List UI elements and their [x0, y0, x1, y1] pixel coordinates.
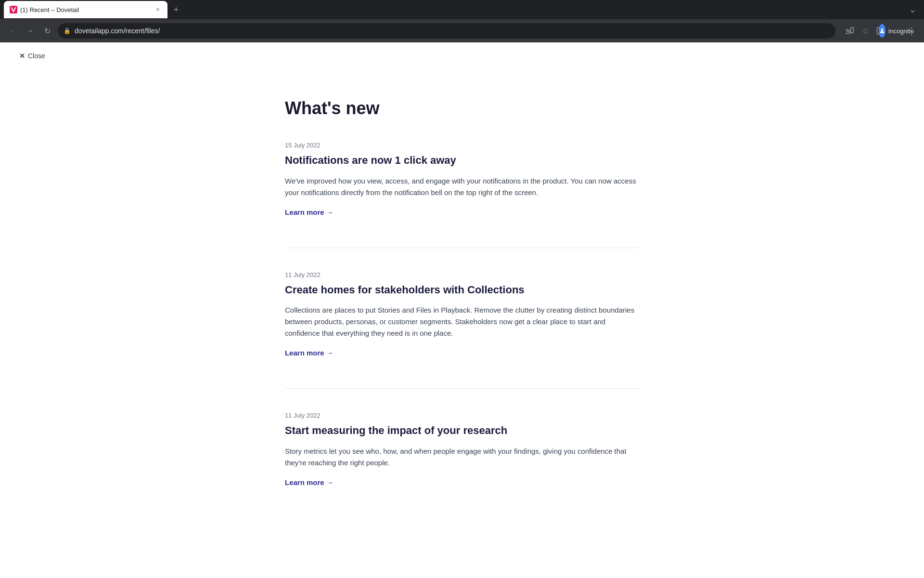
star-icon: ☆	[862, 26, 869, 36]
tab-close-button[interactable]: ×	[154, 6, 162, 13]
reload-icon: ↻	[44, 26, 51, 36]
omnibar-actions: ☆ Incognito ⋮	[843, 24, 918, 38]
divider-1	[285, 248, 639, 248]
address-bar[interactable]: 🔒 dovetailapp.com/recent/files/	[58, 23, 835, 39]
update-date-2: 11 July 2022	[285, 271, 639, 278]
update-date-3: 11 July 2022	[285, 412, 639, 419]
update-body-3: Story metrics let you see who, how, and …	[285, 446, 639, 469]
update-body-1: We've improved how you view, access, and…	[285, 175, 639, 198]
divider-2	[285, 388, 639, 389]
learn-more-link-2[interactable]: Learn more →	[285, 349, 334, 357]
back-button[interactable]: ←	[6, 24, 19, 38]
new-tab-button[interactable]: +	[169, 3, 183, 16]
close-button[interactable]: ✕ Close	[15, 50, 49, 62]
bookmark-button[interactable]: ☆	[859, 24, 872, 38]
learn-more-label-2: Learn more	[285, 349, 324, 357]
learn-more-label-3: Learn more	[285, 478, 324, 486]
learn-more-link-1[interactable]: Learn more →	[285, 208, 334, 216]
update-title-2: Create homes for stakeholders with Colle…	[285, 283, 639, 297]
close-icon: ✕	[19, 52, 25, 60]
back-icon: ←	[9, 26, 16, 35]
page-heading: What's new	[285, 98, 639, 118]
svg-rect-1	[851, 27, 854, 33]
forward-icon: →	[26, 26, 34, 35]
cast-icon	[846, 26, 854, 35]
incognito-icon	[879, 27, 886, 34]
arrow-icon-2: →	[326, 349, 334, 357]
update-item-3: 11 July 2022 Start measuring the impact …	[285, 412, 639, 487]
page-content: ✕ Close What's new 15 July 2022 Notifica…	[0, 42, 924, 578]
update-date-1: 15 July 2022	[285, 142, 639, 149]
update-item-2: 11 July 2022 Create homes for stakeholde…	[285, 271, 639, 358]
close-bar: ✕ Close	[0, 42, 924, 69]
forward-button[interactable]: →	[23, 24, 37, 38]
tab-favicon	[10, 6, 17, 13]
update-title-1: Notifications are now 1 click away	[285, 154, 639, 168]
profile-button[interactable]	[879, 24, 886, 38]
browser-menu-button[interactable]: ⋮	[905, 24, 918, 38]
main-content: What's new 15 July 2022 Notifications ar…	[270, 69, 654, 556]
update-item-1: 15 July 2022 Notifications are now 1 cli…	[285, 142, 639, 217]
arrow-icon-1: →	[326, 208, 334, 216]
tab-list-button[interactable]: ⌄	[905, 4, 920, 15]
learn-more-label-1: Learn more	[285, 208, 324, 216]
profile-area[interactable]: Incognito	[889, 24, 903, 38]
arrow-icon-3: →	[326, 478, 334, 486]
menu-dots-icon: ⋮	[907, 25, 916, 37]
tab-bar: (1) Recent – Dovetail × + ⌄	[0, 0, 924, 19]
lock-icon: 🔒	[64, 27, 71, 34]
active-tab[interactable]: (1) Recent – Dovetail ×	[4, 1, 167, 18]
update-title-3: Start measuring the impact of your resea…	[285, 424, 639, 438]
omnibar: ← → ↻ 🔒 dovetailapp.com/recent/files/ ☆	[0, 19, 924, 42]
svg-point-4	[881, 28, 883, 31]
update-body-2: Collections are places to put Stories an…	[285, 304, 639, 339]
svg-rect-0	[10, 6, 17, 13]
tab-title: (1) Recent – Dovetail	[20, 6, 150, 13]
reload-button[interactable]: ↻	[40, 24, 54, 38]
learn-more-link-3[interactable]: Learn more →	[285, 478, 334, 486]
url-text: dovetailapp.com/recent/files/	[75, 27, 830, 35]
browser-chrome: (1) Recent – Dovetail × + ⌄ ← → ↻ 🔒 dove…	[0, 0, 924, 42]
close-label: Close	[28, 52, 45, 60]
cast-button[interactable]	[843, 24, 857, 38]
